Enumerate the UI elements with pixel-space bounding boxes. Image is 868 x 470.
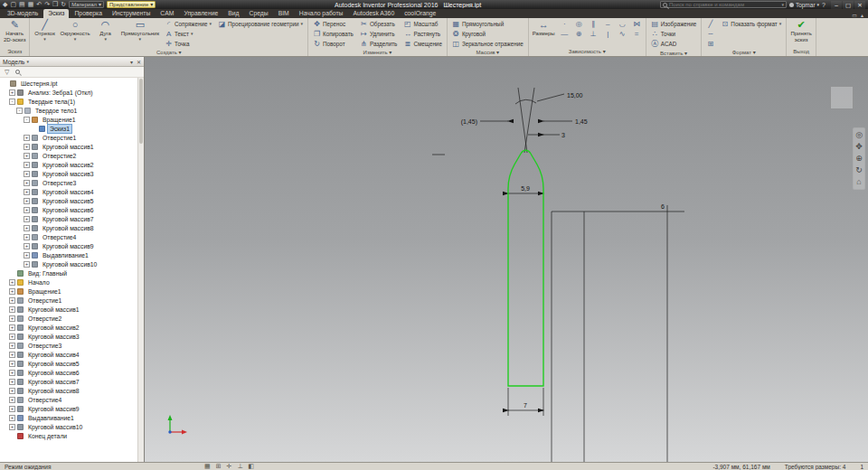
tree-item[interactable]: +Круговой массив4: [0, 187, 137, 196]
dim-bottom[interactable]: 7: [524, 402, 527, 409]
sketch-canvas[interactable]: 15,00 1,45 (1,45) 3 5,9 7 6: [145, 57, 868, 462]
tree-expander[interactable]: -: [16, 108, 23, 114]
tab-Проверка[interactable]: Проверка: [70, 9, 106, 18]
circle-button[interactable]: ○Окружность▾: [59, 19, 90, 42]
find-icon[interactable]: [15, 70, 20, 74]
tree-item[interactable]: +Отверстие1: [0, 296, 137, 305]
tree-item[interactable]: +Круговой массив8: [0, 386, 137, 395]
show-format-button[interactable]: ⊡Показать формат▾: [719, 19, 783, 28]
undo-icon[interactable]: ↶: [36, 0, 42, 9]
group-label-1[interactable]: Создать ▾: [30, 49, 307, 57]
tree-item[interactable]: Эскиз1: [0, 124, 137, 133]
group-label-3[interactable]: Массив ▾: [448, 49, 528, 57]
tree-expander[interactable]: +: [24, 171, 30, 177]
tree-expander[interactable]: +: [24, 252, 30, 258]
scrollbar-thumb[interactable]: [139, 79, 143, 144]
tree-item[interactable]: +Вращение1: [0, 287, 137, 296]
browser-scrollbar[interactable]: [137, 78, 144, 462]
tree-item[interactable]: Шестерня.ipt: [0, 79, 137, 88]
new-file-icon[interactable]: ▢: [10, 0, 16, 9]
tree-expander[interactable]: +: [24, 234, 30, 240]
tree-expander[interactable]: +: [24, 144, 30, 150]
constraint-vertical-button[interactable]: |: [602, 29, 614, 38]
dim-left-ref[interactable]: (1,45): [461, 118, 477, 126]
tree-item[interactable]: +Круговой массив2: [0, 323, 137, 332]
ribbon-display-toggle[interactable]: ▭: [852, 12, 857, 18]
ortho-icon[interactable]: ⊥: [237, 463, 242, 470]
tree-item[interactable]: +Отверстие2: [0, 314, 137, 323]
tree-item[interactable]: +Отверстие4: [0, 232, 137, 241]
group-label-5[interactable]: Вставить ▾: [646, 50, 702, 57]
dim-six[interactable]: 6: [661, 203, 665, 210]
tree-expander[interactable]: +: [24, 153, 30, 159]
import-acad-button[interactable]: ⒶACAD: [649, 39, 699, 49]
pan-icon[interactable]: ✥: [855, 143, 863, 151]
ribbon-collapse[interactable]: ▴: [861, 12, 863, 18]
view-cube[interactable]: [830, 86, 854, 109]
tree-expander[interactable]: +: [24, 180, 30, 186]
tree-item[interactable]: +Круговой массив10: [0, 259, 137, 268]
dim-width[interactable]: 5,9: [521, 185, 530, 192]
circular-pattern-button[interactable]: ❂Круговой: [450, 29, 525, 38]
tree-item[interactable]: +Выдавливание1: [0, 413, 137, 422]
browser-menu-arrow[interactable]: ▾: [130, 59, 133, 65]
tree-item[interactable]: +Круговой массив1: [0, 142, 137, 151]
browser-header[interactable]: Модель ▾ ▾✕: [0, 57, 144, 67]
chevron-down-icon[interactable]: ▾: [26, 59, 29, 64]
constraint-collinear-button[interactable]: —: [559, 29, 571, 38]
fillet-button[interactable]: ◜Сопряжение▾: [163, 19, 213, 28]
stretch-button[interactable]: ↔Растянуть: [401, 29, 444, 38]
tab-Вид[interactable]: Вид: [223, 9, 243, 18]
centerline-button[interactable]: ┄: [704, 29, 716, 38]
constraint-perpendicular-button[interactable]: ⊥: [588, 29, 599, 38]
mirror-button[interactable]: ◫Зеркальное отражение: [450, 39, 525, 48]
appearance-combo[interactable]: Представление▾: [107, 1, 156, 8]
tree-expander[interactable]: +: [9, 306, 15, 313]
tree-item[interactable]: Конец детали: [0, 431, 137, 440]
tree-item[interactable]: Вид: Главный: [0, 268, 137, 277]
tree-item[interactable]: +Анализ: Зебра1 (Откл): [0, 88, 137, 97]
graphics-viewport[interactable]: 15,00 1,45 (1,45) 3 5,9 7 6 ◎✥⊕↻⌂: [145, 57, 868, 462]
tree-item[interactable]: +Круговой массив4: [0, 350, 137, 359]
line-button[interactable]: ╱Отрезок▾: [33, 19, 56, 42]
tab-3D-модель[interactable]: 3D-модель: [3, 9, 42, 18]
tree-item[interactable]: +Круговой массив6: [0, 205, 137, 214]
project-geometry-button[interactable]: ◪Проецирование геометрии▾: [216, 19, 305, 28]
user-account[interactable]: Topmar ▾: [789, 2, 819, 8]
tree-item[interactable]: +Круговой массив5: [0, 196, 137, 205]
tree-item[interactable]: +Отверстие3: [0, 341, 137, 350]
close-button[interactable]: ✕: [854, 1, 865, 9]
tab-Autodesk A360[interactable]: Autodesk A360: [348, 9, 399, 18]
offset-button[interactable]: ≣Смещение: [401, 39, 444, 48]
tree-expander[interactable]: +: [24, 189, 30, 195]
help-icon[interactable]: ?: [822, 2, 826, 8]
point-button[interactable]: ✛Точка: [163, 39, 213, 48]
tab-Управление[interactable]: Управление: [179, 9, 222, 18]
constraint-parallel-button[interactable]: ∥: [588, 19, 599, 28]
dim-angle[interactable]: 15,00: [567, 92, 583, 99]
tree-item[interactable]: +Начало: [0, 277, 137, 287]
tree-item[interactable]: +Отверстие3: [0, 178, 137, 187]
tab-coolOrange[interactable]: coolOrange: [400, 9, 440, 18]
tree-item[interactable]: +Круговой массив6: [0, 368, 137, 377]
insert-image-button[interactable]: ▤Изображение: [649, 19, 699, 28]
tree-expander[interactable]: +: [24, 198, 30, 204]
constraint-horizontal-button[interactable]: –: [602, 19, 614, 28]
maximize-button[interactable]: ▢: [843, 1, 854, 9]
dim-three[interactable]: 3: [561, 132, 565, 138]
zoom-icon[interactable]: ⊕: [855, 155, 863, 163]
tree-expander[interactable]: +: [9, 388, 15, 394]
trim-button[interactable]: ✂Обрезать: [358, 19, 400, 28]
rectangle-button[interactable]: ▭Прямоугольник▾: [120, 19, 160, 42]
tree-item[interactable]: +Круговой массив1: [0, 305, 137, 314]
tree-item[interactable]: +Круговой массив2: [0, 160, 137, 169]
tab-CAM[interactable]: CAM: [156, 9, 178, 18]
tree-item[interactable]: +Круговой массив3: [0, 332, 137, 341]
tree-expander[interactable]: +: [9, 361, 15, 367]
tree-expander[interactable]: +: [24, 243, 30, 249]
rectangular-pattern-button[interactable]: ▦Прямоугольный: [450, 19, 525, 28]
tree-item[interactable]: +Выдавливание1: [0, 250, 137, 259]
tree-expander[interactable]: -: [24, 117, 30, 123]
look-at-icon[interactable]: ⌂: [856, 178, 861, 186]
constraint-symmetric-button[interactable]: ⋈: [631, 19, 643, 28]
